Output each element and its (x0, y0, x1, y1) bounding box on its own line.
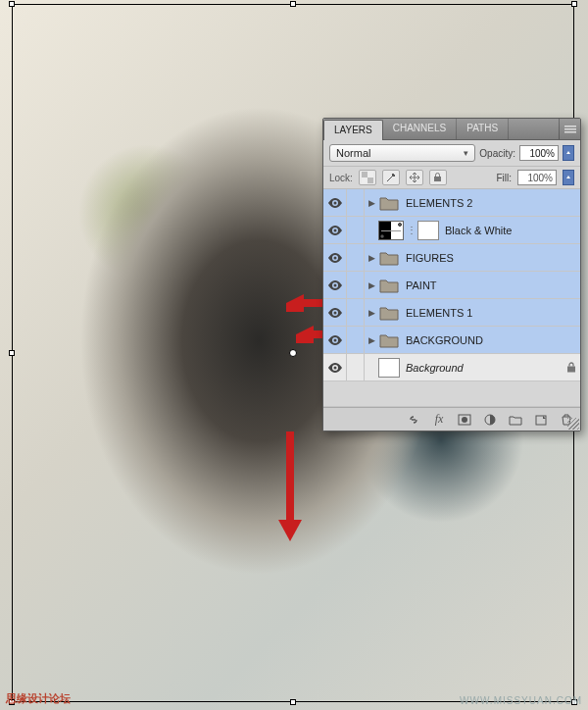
folder-icon (378, 193, 400, 213)
layer-name[interactable]: Black & White (445, 225, 580, 236)
layer-name[interactable]: BACKGROUND (406, 334, 580, 346)
tab-channels[interactable]: CHANNELS (383, 119, 457, 139)
fill-label: Fill: (496, 173, 512, 183)
panel-footer: fx (323, 407, 580, 431)
blend-mode-select[interactable]: Normal ▾ (329, 144, 475, 162)
layer-name[interactable]: ELEMENTS 2 (406, 197, 580, 209)
layer-name[interactable]: PAINT (406, 279, 580, 291)
adjustment-thumb (378, 221, 404, 240)
layers-list: ▶ELEMENTS 2⋮Black & White▶FIGURES▶PAINT▶… (323, 189, 580, 381)
layer-row[interactable]: ▶PAINT (323, 272, 580, 299)
blend-opacity-row: Normal ▾ Opacity: 100% (323, 140, 580, 167)
mask-link-icon[interactable]: ⋮ (406, 225, 417, 235)
visibility-toggle[interactable] (323, 244, 347, 271)
annotation-arrow-down (281, 431, 299, 541)
opacity-label: Opacity: (479, 148, 515, 159)
disclosure-triangle-icon[interactable]: ▶ (365, 280, 378, 290)
layer-spacer (347, 327, 365, 353)
panel-tabs: LAYERS CHANNELS PATHS (323, 119, 580, 140)
layer-row[interactable]: ▶FIGURES (323, 244, 580, 272)
svg-rect-3 (362, 172, 368, 178)
visibility-toggle[interactable] (323, 189, 347, 216)
folder-icon (378, 276, 400, 295)
svg-rect-5 (368, 172, 373, 178)
layer-spacer (347, 217, 365, 243)
svg-rect-4 (368, 178, 373, 183)
folder-icon (378, 303, 400, 323)
lock-icon (563, 362, 580, 373)
svg-rect-1 (564, 128, 576, 130)
visibility-toggle[interactable] (323, 272, 347, 298)
svg-point-9 (333, 228, 336, 231)
folder-icon (378, 248, 400, 268)
svg-rect-2 (564, 131, 576, 133)
chevron-down-icon: ▾ (464, 148, 468, 158)
annotation-arrow-1 (286, 294, 325, 312)
layer-row[interactable]: Background (323, 354, 580, 381)
lock-position-button[interactable] (406, 170, 423, 185)
lock-all-button[interactable] (429, 170, 447, 185)
lock-label: Lock: (329, 173, 353, 183)
adjustment-layer-icon[interactable] (482, 412, 498, 428)
blend-mode-value: Normal (336, 147, 370, 159)
layer-row[interactable]: ▶ELEMENTS 1 (323, 299, 580, 327)
svg-point-17 (462, 417, 467, 423)
disclosure-triangle-icon[interactable]: ▶ (365, 198, 378, 208)
layer-mask-icon[interactable] (457, 412, 472, 428)
layer-name[interactable]: ELEMENTS 1 (406, 307, 580, 319)
opacity-slider-button[interactable] (563, 145, 574, 161)
layer-spacer (347, 272, 365, 298)
layer-row[interactable]: ⋮Black & White (323, 217, 580, 244)
visibility-toggle[interactable] (323, 217, 347, 243)
lock-transparency-button[interactable] (359, 170, 376, 185)
tab-layers[interactable]: LAYERS (323, 120, 383, 140)
svg-point-13 (333, 338, 336, 341)
disclosure-triangle-icon[interactable]: ▶ (365, 308, 378, 318)
layer-name[interactable]: Background (406, 362, 563, 374)
svg-point-11 (333, 283, 336, 286)
layer-spacer (347, 354, 365, 380)
layer-spacer (347, 244, 365, 271)
svg-rect-0 (564, 126, 576, 127)
svg-rect-15 (567, 367, 575, 373)
svg-point-12 (333, 311, 336, 314)
disclosure-triangle-icon[interactable]: ▶ (365, 253, 378, 263)
disclosure-triangle-icon[interactable]: ▶ (365, 335, 378, 345)
visibility-toggle[interactable] (323, 354, 347, 380)
fill-input[interactable]: 100% (517, 170, 557, 185)
layer-mask-thumb[interactable] (417, 221, 439, 240)
layer-row[interactable]: ▶BACKGROUND (323, 327, 580, 354)
new-layer-icon[interactable] (533, 412, 549, 428)
svg-point-14 (333, 366, 336, 369)
layers-panel: LAYERS CHANNELS PATHS Normal ▾ Opacity: … (322, 118, 581, 431)
visibility-toggle[interactable] (323, 299, 347, 326)
svg-point-10 (333, 256, 336, 259)
fill-slider-button[interactable] (563, 170, 574, 185)
panel-menu-button[interactable] (559, 119, 580, 139)
visibility-toggle[interactable] (323, 327, 347, 353)
svg-rect-7 (434, 177, 441, 181)
watermark-left: 思缘设计论坛 (6, 691, 71, 706)
new-group-icon[interactable] (508, 412, 523, 428)
layer-spacer (347, 189, 365, 216)
svg-point-8 (333, 201, 336, 204)
layers-empty-area[interactable] (323, 381, 580, 407)
svg-rect-19 (536, 416, 546, 425)
watermark-right: WWW.MISSYUAN.COM (460, 695, 582, 706)
layer-thumb (378, 358, 400, 378)
link-layers-icon[interactable] (406, 412, 421, 428)
panel-resize-handle[interactable] (567, 418, 579, 430)
layer-style-icon[interactable]: fx (431, 412, 447, 428)
opacity-input[interactable]: 100% (519, 145, 559, 161)
layer-row[interactable]: ▶ELEMENTS 2 (323, 189, 580, 217)
tab-paths[interactable]: PATHS (457, 119, 509, 139)
svg-rect-6 (362, 178, 368, 183)
lock-fill-row: Lock: Fill: 100% (323, 167, 580, 189)
layer-spacer (347, 299, 365, 326)
folder-icon (378, 330, 400, 350)
layer-name[interactable]: FIGURES (406, 252, 580, 264)
lock-pixels-button[interactable] (382, 170, 400, 185)
